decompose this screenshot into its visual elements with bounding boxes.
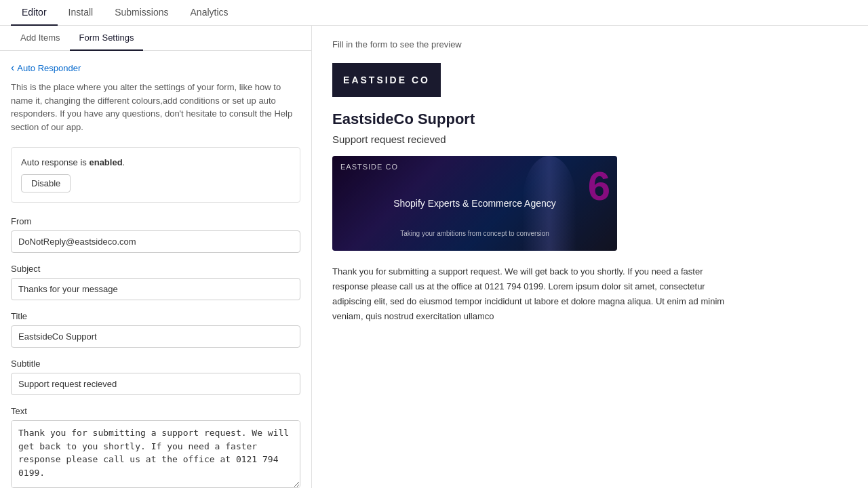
email-subtitle: Support request recieved — [332, 134, 739, 145]
neon-decoration: 6 — [588, 163, 610, 209]
title-input[interactable] — [11, 325, 300, 348]
form-settings-content: Auto Responder This is the place where y… — [0, 51, 311, 488]
from-field-group: From — [11, 216, 300, 253]
panel-tabs: Add Items Form Settings — [0, 26, 311, 51]
nav-submissions[interactable]: Submissions — [104, 0, 179, 26]
subject-input[interactable] — [11, 278, 300, 300]
subtitle-input[interactable] — [11, 373, 300, 395]
title-field-group: Title — [11, 311, 300, 348]
banner-sub: Taking your ambitions from concept to co… — [332, 230, 617, 237]
text-label: Text — [11, 406, 300, 416]
subject-field-group: Subject — [11, 264, 300, 300]
email-preview: EASTSIDE CO EastsideCo Support Support r… — [332, 63, 739, 324]
email-banner: 6 EASTSIDE CO Shopify Experts & Ecommerc… — [332, 156, 617, 251]
banner-label: EASTSIDE CO — [340, 163, 398, 171]
nav-install[interactable]: Install — [58, 0, 104, 26]
tab-form-settings[interactable]: Form Settings — [70, 26, 144, 51]
email-logo-box: EASTSIDE CO — [332, 63, 441, 97]
text-textarea[interactable]: Thank you for submitting a support reque… — [11, 420, 300, 488]
subject-label: Subject — [11, 264, 300, 274]
preview-hint: Fill in the form to see the preview — [332, 39, 848, 49]
text-field-group: Text Thank you for submitting a support … — [11, 406, 300, 488]
tab-add-items[interactable]: Add Items — [11, 26, 70, 51]
banner-tagline: Shopify Experts & Ecommerce Agency — [380, 198, 570, 209]
subtitle-field-group: Subtitle — [11, 359, 300, 395]
auto-response-status: Auto response is enabled. — [21, 157, 290, 167]
subtitle-label: Subtitle — [11, 359, 300, 369]
auto-response-value: enabled — [89, 157, 122, 167]
nav-analytics[interactable]: Analytics — [180, 0, 239, 26]
nav-editor[interactable]: Editor — [11, 0, 58, 26]
main-layout: Add Items Form Settings Auto Responder T… — [0, 26, 868, 488]
from-label: From — [11, 216, 300, 226]
back-link[interactable]: Auto Responder — [11, 62, 300, 74]
from-input[interactable] — [11, 230, 300, 253]
email-body-text: Thank you for submitting a support reque… — [332, 264, 739, 324]
disable-button[interactable]: Disable — [21, 174, 71, 192]
settings-description: This is the place where you alter the se… — [11, 81, 300, 134]
right-panel: Fill in the form to see the preview EAST… — [312, 26, 868, 488]
auto-response-box: Auto response is enabled. Disable — [11, 147, 300, 203]
email-logo-text: EASTSIDE CO — [343, 75, 430, 85]
title-label: Title — [11, 311, 300, 321]
top-nav: Editor Install Submissions Analytics — [0, 0, 868, 26]
email-title: EastsideCo Support — [332, 110, 739, 128]
left-panel: Add Items Form Settings Auto Responder T… — [0, 26, 312, 488]
